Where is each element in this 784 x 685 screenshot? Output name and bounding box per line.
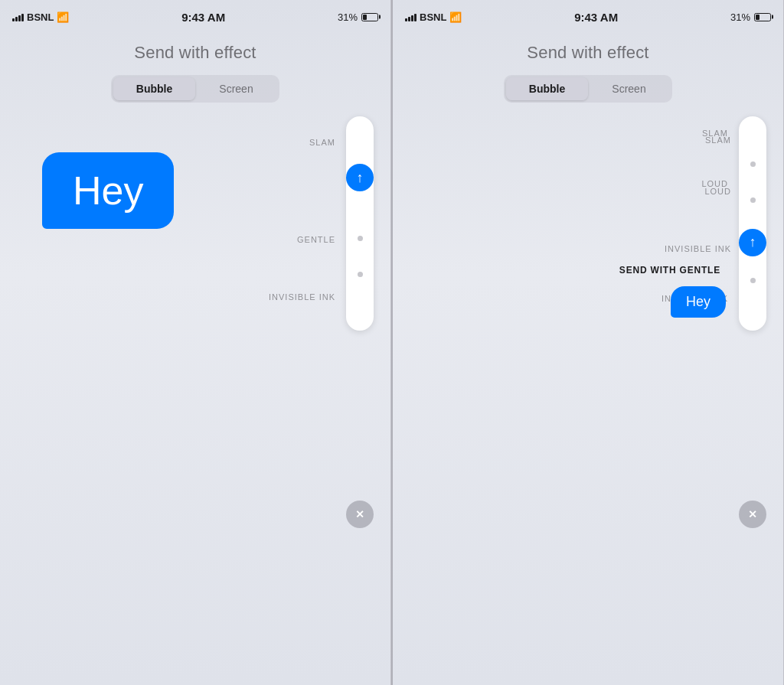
tab-screen-right[interactable]: Screen	[588, 77, 670, 100]
label-slam-left: SLAM	[309, 138, 335, 147]
status-bar-left: BSNL 📶 9:43 AM 31%	[0, 0, 390, 34]
invisible-label-positioned: INVISIBLE INK	[665, 244, 731, 253]
time-right: 9:43 AM	[574, 11, 618, 24]
bar4	[21, 14, 24, 21]
battery-fill-right	[756, 15, 760, 20]
scroll-pill-left[interactable]: SLAM ↑ GENTLE INVISIBLE INK	[346, 116, 374, 331]
dot-slam-right	[750, 161, 756, 167]
tab-bubble-left[interactable]: Bubble	[113, 77, 195, 100]
send-button-left[interactable]: ↑	[346, 164, 374, 191]
bubble-text-small: Hey	[686, 294, 710, 309]
battery-percent-right: 31%	[730, 11, 750, 23]
close-icon-left: ✕	[355, 508, 364, 520]
battery-percent-left: 31%	[338, 11, 358, 23]
close-button-right[interactable]: ✕	[739, 501, 766, 528]
status-left-right: BSNL 📶	[405, 11, 462, 23]
close-button-left[interactable]: ✕	[346, 501, 374, 528]
screen-title-left: Send with effect	[134, 43, 256, 63]
signal-bars-right	[405, 12, 416, 21]
close-icon-right: ✕	[748, 508, 757, 520]
bar1	[12, 18, 15, 21]
tab-screen-left[interactable]: Screen	[195, 77, 277, 100]
invisibleink-section-right: INVISIBLE INK	[750, 256, 756, 298]
loud-label-positioned: LOUD	[704, 187, 731, 196]
loud-section-right: LOUD	[750, 182, 756, 218]
signal-bars-left	[12, 12, 24, 21]
bar3	[18, 15, 21, 21]
dot-invisibleink-left	[358, 272, 363, 277]
status-right-right: 31%	[730, 11, 771, 23]
send-arrow-icon-left: ↑	[357, 170, 364, 186]
screen-title-right: Send with effect	[527, 43, 648, 63]
send-with-gentle-label: SEND WITH GENTLE	[619, 265, 720, 276]
status-bar-right: BSNL 📶 9:43 AM 31%	[393, 0, 783, 34]
tab-switcher-right: Bubble Screen	[504, 75, 672, 103]
status-right-left: 31%	[338, 11, 378, 23]
tab-switcher-left: Bubble Screen	[111, 75, 279, 103]
dot-loud-right	[750, 197, 756, 203]
tab-bubble-right[interactable]: Bubble	[506, 77, 588, 100]
effects-area-right: SLAM LOUD ↑ INVISIBLE INK	[393, 110, 783, 685]
gentle-section-right: ↑	[739, 218, 766, 256]
right-phone-screen: BSNL 📶 9:43 AM 31% Send with effect Bubb…	[393, 0, 784, 685]
label-invisibleink-left: INVISIBLE INK	[269, 292, 335, 302]
message-bubble-large-left: Hey	[42, 152, 174, 229]
wifi-icon-left: 📶	[57, 11, 69, 23]
slam-label-positioned: SLAM	[705, 135, 731, 145]
left-phone-screen: BSNL 📶 9:43 AM 31% Send with effect Bubb…	[0, 0, 391, 685]
gentle-section-left: GENTLE	[358, 191, 363, 256]
bar3r	[411, 15, 413, 21]
slam-section-right: SLAM	[750, 149, 756, 182]
bar1r	[405, 18, 407, 21]
wifi-icon-right: 📶	[449, 11, 462, 23]
effects-area-left: Hey SLAM ↑ GENTLE INVISIBLE INK	[0, 110, 390, 685]
battery-icon-right	[754, 13, 771, 21]
battery-icon-left	[361, 13, 378, 21]
carrier-right: BSNL	[420, 11, 446, 23]
status-left-left: BSNL 📶	[12, 11, 69, 23]
battery-fill-left	[363, 15, 367, 20]
send-button-right[interactable]: ↑	[739, 229, 766, 256]
dot-invisibleink-right	[750, 278, 756, 283]
scroll-pill-right[interactable]: SLAM LOUD ↑ INVISIBLE INK	[739, 116, 766, 331]
message-bubble-small-right: Hey	[671, 286, 726, 318]
bar2r	[408, 17, 410, 21]
send-arrow-icon-right: ↑	[750, 234, 756, 250]
bar2	[15, 17, 18, 21]
carrier-left: BSNL	[27, 11, 54, 23]
dot-gentle-left	[358, 236, 363, 241]
slam-section-left: SLAM ↑	[346, 155, 374, 191]
label-gentle-left: GENTLE	[297, 235, 335, 244]
time-left: 9:43 AM	[181, 11, 225, 24]
invisibleink-section-left: INVISIBLE INK	[358, 256, 363, 292]
bar4r	[414, 14, 416, 21]
bubble-text-large: Hey	[73, 168, 143, 214]
